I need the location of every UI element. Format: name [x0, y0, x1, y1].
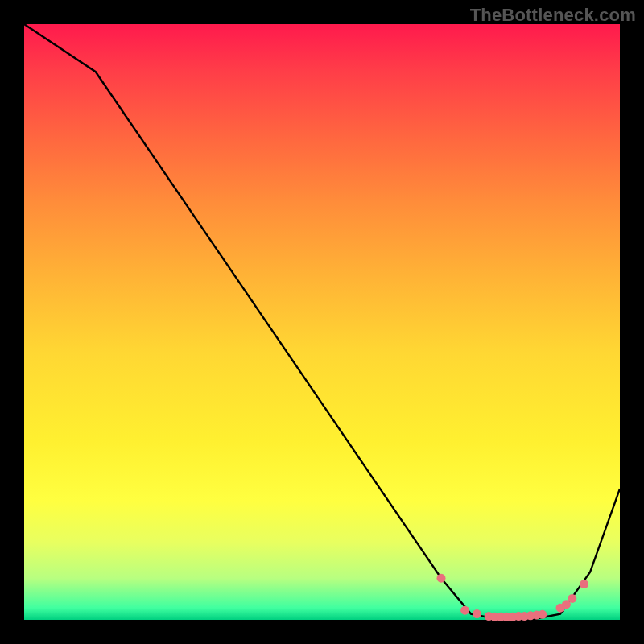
marker-dot: [437, 574, 446, 583]
bottleneck-line: [24, 24, 620, 620]
chart-container: TheBottleneck.com: [0, 0, 644, 644]
highlight-markers: [437, 574, 589, 621]
marker-dot: [580, 580, 588, 588]
marker-dot: [473, 609, 481, 618]
watermark-text: TheBottleneck.com: [470, 5, 636, 26]
marker-dot: [568, 594, 576, 603]
plot-area: [24, 24, 620, 620]
marker-dot: [460, 606, 469, 615]
marker-dot: [538, 610, 547, 619]
chart-svg: [24, 24, 620, 620]
